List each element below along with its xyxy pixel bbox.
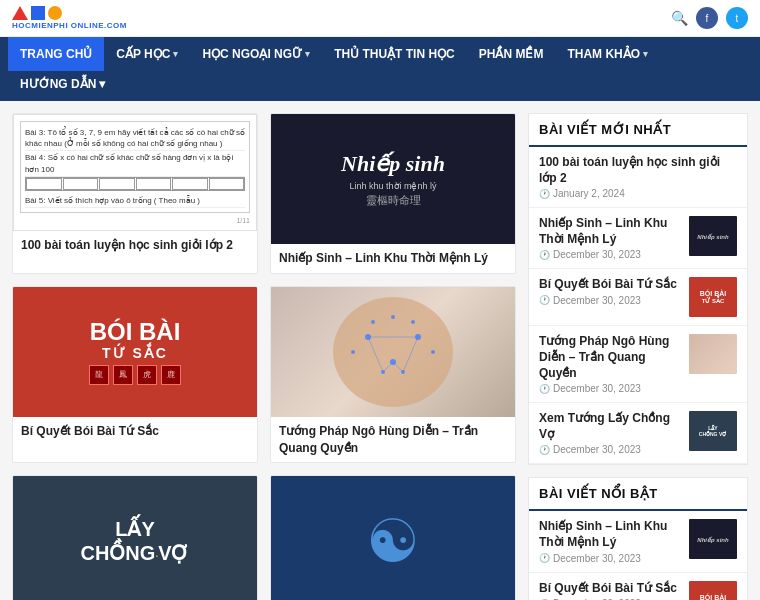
nav-item-thamkhao[interactable]: THAM KHẢO ▾ [555, 37, 660, 71]
sidebar-thumb: BÓI BÀI TỨ SẮC [689, 277, 737, 317]
worksheet-line: Bài 5: Viết số thích hợp vào ô trống ( T… [25, 194, 245, 208]
worksheet-cell [209, 178, 245, 190]
worksheet-cell [63, 178, 99, 190]
sidebar-item-date: 🕐 January 2, 2024 [539, 188, 737, 199]
sidebar-item-1[interactable]: 100 bài toán luyện học sinh giỏi lớp 2 🕐… [529, 147, 747, 208]
worksheet-content: Bài 3: Tô tổ số 3, 7, 9 em hãy viết tất … [20, 121, 250, 213]
sidebar-noibat-item-2[interactable]: Bí Quyết Bói Bài Tứ Sắc 🕐 December 30, 2… [529, 573, 747, 600]
sidebar-item-text: Nhiếp Sinh – Linh Khu Thời Mệnh Lý 🕐 Dec… [539, 519, 681, 563]
thumb-laychong-image: LẤYCHỒNG VỢ [689, 411, 737, 451]
nav-item-ngoaingu[interactable]: HỌC NGOẠI NGỮ ▾ [190, 37, 322, 71]
sidebar-heading-moinhat: BÀI VIẾT MỚI NHẤT [529, 114, 747, 147]
nav-second-row: HƯỚNG DẪN ▾ [0, 71, 760, 101]
logo-text: HOCMIENPHI ONLINE.COM [12, 21, 127, 30]
boibai-poster-content: BÓI BÀI TỨ SẮC 龍 鳳 虎 鹿 [89, 319, 181, 385]
date-text: December 30, 2023 [553, 444, 641, 455]
boibai-icon: 龍 [89, 365, 109, 385]
facebook-icon[interactable]: f [696, 7, 718, 29]
logo-square-icon [31, 6, 45, 20]
sidebar-thumb: Nhiếp sinh [689, 519, 737, 559]
sidebar-item-2[interactable]: Nhiếp Sinh – Linh Khu Thời Mệnh Lý 🕐 Dec… [529, 208, 747, 269]
post-title-boibai: Bí Quyết Bói Bài Tứ Sắc [13, 417, 257, 446]
movie-poster-image: Nhiếp sinh Linh khu thời mệnh lý 靈樞時命理 [271, 114, 515, 244]
svg-point-7 [431, 350, 435, 354]
clock-icon: 🕐 [539, 384, 550, 394]
nav-bar: TRANG CHỦ CẤP HỌC ▾ HỌC NGOẠI NGỮ ▾ THỦ … [0, 37, 760, 71]
boibai-icon: 虎 [137, 365, 157, 385]
sidebar-item-title: Xem Tướng Lấy Chồng Vợ [539, 411, 681, 442]
post-card-face[interactable]: Tướng Pháp Ngô Hùng Diễn – Trần Quang Qu… [270, 286, 516, 464]
sidebar-thumb: BÓI BÀI TỨ SẮC [689, 581, 737, 600]
post-card-movie[interactable]: Nhiếp sinh Linh khu thời mệnh lý 靈樞時命理 N… [270, 113, 516, 274]
logo-triangle-icon [12, 6, 28, 20]
svg-point-6 [351, 350, 355, 354]
thumb-boibai-image: BÓI BÀI TỨ SẮC [689, 581, 737, 600]
face-overlay [271, 287, 515, 417]
face-svg [271, 287, 515, 417]
chevron-down-icon: ▾ [643, 49, 648, 59]
nav-item-trangchu[interactable]: TRANG CHỦ [8, 37, 104, 71]
nav-item-thuthuattinhoc[interactable]: THỦ THUẬT TIN HỌC [322, 37, 467, 71]
post-card-bagua[interactable]: ☯ [270, 475, 516, 600]
sidebar-item-date: 🕐 December 30, 2023 [539, 383, 681, 394]
face-image [271, 287, 515, 417]
nav-label-phanmem: PHẦN MỀM [479, 47, 544, 61]
nav-label-ngoaingu: HỌC NGOẠI NGỮ [202, 47, 302, 61]
logo: HOCMIENPHI ONLINE.COM [12, 6, 127, 30]
boibai-title-text: BÓI BÀI [89, 319, 181, 345]
sidebar-item-4[interactable]: Tướng Pháp Ngô Hùng Diễn – Trần Quang Qu… [529, 326, 747, 403]
clock-icon: 🕐 [539, 553, 550, 563]
post-title-movie: Nhiếp Sinh – Linh Khu Thời Mệnh Lý [271, 244, 515, 273]
sidebar-item-title: Bí Quyết Bói Bài Tứ Sắc [539, 581, 681, 597]
thumb-boibai-image: BÓI BÀI TỨ SẮC [689, 277, 737, 317]
post-grid: Bài 3: Tô tổ số 3, 7, 9 em hãy viết tất … [12, 113, 516, 600]
post-title-face: Tướng Pháp Ngô Hùng Diễn – Trần Quang Qu… [271, 417, 515, 463]
sidebar-item-text: Nhiếp Sinh – Linh Khu Thời Mệnh Lý 🕐 Dec… [539, 216, 681, 260]
top-bar: HOCMIENPHI ONLINE.COM 🔍 f t [0, 0, 760, 37]
thumb-movie-image: Nhiếp sinh [689, 216, 737, 256]
movie-kanji-text: 靈樞時命理 [366, 193, 421, 208]
chevron-down-icon: ▾ [305, 49, 310, 59]
nav-item-caphoc[interactable]: CẤP HỌC ▾ [104, 37, 190, 71]
content-area: Bài 3: Tô tổ số 3, 7, 9 em hãy viết tất … [0, 101, 760, 600]
worksheet-cell [136, 178, 172, 190]
post-card-boibai[interactable]: BÓI BÀI TỨ SẮC 龍 鳳 虎 鹿 Bí Quyết Bói Bài … [12, 286, 258, 464]
sidebar: BÀI VIẾT MỚI NHẤT 100 bài toán luyện học… [528, 113, 748, 600]
nav-label-caphoc: CẤP HỌC [116, 47, 170, 61]
sidebar-item-3[interactable]: Bí Quyết Bói Bài Tứ Sắc 🕐 December 30, 2… [529, 269, 747, 326]
clock-icon: 🕐 [539, 445, 550, 455]
sidebar-heading-noibat: BÀI VIẾT NỔI BẬT [529, 478, 747, 511]
sidebar-item-title: Nhiếp Sinh – Linh Khu Thời Mệnh Lý [539, 216, 681, 247]
sidebar-noibat-item-1[interactable]: Nhiếp Sinh – Linh Khu Thời Mệnh Lý 🕐 Dec… [529, 511, 747, 572]
boibai-icons: 龍 鳳 虎 鹿 [89, 365, 181, 385]
logo-shapes [12, 6, 62, 20]
twitter-icon[interactable]: t [726, 7, 748, 29]
post-card-laychong[interactable]: LẤYCHỒNG·VỢ [12, 475, 258, 600]
chevron-down-icon: ▾ [173, 49, 178, 59]
date-text: December 30, 2023 [553, 383, 641, 394]
svg-point-8 [371, 320, 375, 324]
laychong-image: LẤYCHỒNG·VỢ [13, 476, 257, 600]
laychong-content: LẤYCHỒNG·VỢ [80, 517, 189, 565]
clock-icon: 🕐 [539, 295, 550, 305]
sidebar-item-title: 100 bài toán luyện học sinh giỏi lớp 2 [539, 155, 737, 186]
sidebar-item-date: 🕐 December 30, 2023 [539, 553, 681, 564]
search-icon[interactable]: 🔍 [671, 10, 688, 26]
sidebar-item-date: 🕐 December 30, 2023 [539, 249, 681, 260]
sidebar-item-title: Nhiếp Sinh – Linh Khu Thời Mệnh Lý [539, 519, 681, 550]
worksheet-cell [172, 178, 208, 190]
sidebar-item-title: Tướng Pháp Ngô Hùng Diễn – Trần Quang Qu… [539, 334, 681, 381]
nav-item-phanmem[interactable]: PHẦN MỀM [467, 37, 556, 71]
boibai-sub-text: TỨ SẮC [89, 345, 181, 361]
svg-point-9 [411, 320, 415, 324]
clock-icon: 🕐 [539, 189, 550, 199]
date-text: December 30, 2023 [553, 553, 641, 564]
chevron-down-icon: ▾ [99, 77, 105, 91]
main-content: Bài 3: Tô tổ số 3, 7, 9 em hãy viết tất … [12, 113, 516, 600]
sidebar-item-5[interactable]: Xem Tướng Lấy Chồng Vợ 🕐 December 30, 20… [529, 403, 747, 464]
sidebar-item-title: Bí Quyết Bói Bài Tứ Sắc [539, 277, 681, 293]
bagua-symbol: ☯ [366, 506, 420, 576]
boibai-icon: 鹿 [161, 365, 181, 385]
nav-item-huongdan[interactable]: HƯỚNG DẪN ▾ [8, 71, 117, 97]
post-card-worksheet[interactable]: Bài 3: Tô tổ số 3, 7, 9 em hãy viết tất … [12, 113, 258, 274]
